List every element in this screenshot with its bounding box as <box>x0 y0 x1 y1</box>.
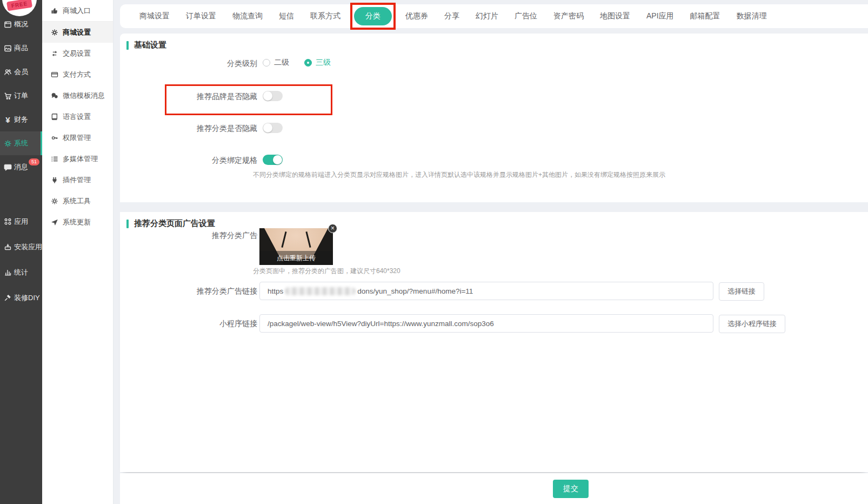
subnav-language[interactable]: 语言设置 <box>42 106 113 127</box>
censored-url-segment <box>285 287 356 295</box>
main-area: 商城设置 订单设置 物流查询 短信 联系方式 分类 优惠券 分享 幻灯片 广告位… <box>120 0 868 504</box>
bind-spec-toggle[interactable] <box>263 155 283 165</box>
tab-order-settings[interactable]: 订单设置 <box>181 11 222 21</box>
mini-link-input[interactable] <box>268 320 705 328</box>
radio-level-2[interactable]: 二级 <box>263 58 289 68</box>
left-sidebar: FREE 概况 商品 会员 订单 ¥ 财务 <box>0 0 42 504</box>
remove-image-icon[interactable]: × <box>328 224 337 233</box>
section-accent-bar <box>126 41 129 50</box>
category-level-radios: 二级 三级 <box>263 58 331 68</box>
subnav-system-tools[interactable]: 系统工具 <box>42 190 113 211</box>
tab-category-active[interactable]: 分类 <box>354 7 392 25</box>
tab-slideshow[interactable]: 幻灯片 <box>470 11 504 21</box>
tab-contact[interactable]: 联系方式 <box>305 11 346 21</box>
tab-share[interactable]: 分享 <box>439 11 465 21</box>
mini-link-input-wrap <box>259 314 713 333</box>
radio-circle <box>304 59 312 67</box>
footer-bar: 提交 <box>120 473 868 504</box>
brand-hidden-toggle[interactable] <box>263 91 283 101</box>
sidebar-item-diy[interactable]: 装修DIY <box>0 285 42 310</box>
subnav-system-update[interactable]: 系统更新 <box>42 211 113 233</box>
subnav-media[interactable]: 多媒体管理 <box>42 148 113 169</box>
choose-mini-link-button[interactable]: 选择小程序链接 <box>719 315 785 333</box>
tab-logistics[interactable]: 物流查询 <box>227 11 268 21</box>
ad-link-label: 推荐分类广告链接 <box>120 286 257 296</box>
sidebar-item-messages[interactable]: 消息 51 <box>0 155 42 179</box>
category-hidden-label: 推荐分类是否隐藏 <box>120 123 257 134</box>
radio-level-3[interactable]: 三级 <box>304 58 331 68</box>
wechat-template-icon <box>51 92 58 100</box>
subnav-permission[interactable]: 权限管理 <box>42 127 113 148</box>
mini-link-label: 小程序链接 <box>120 318 257 329</box>
reupload-overlay-label: 点击重新上传 <box>259 251 333 265</box>
message-icon <box>4 163 12 171</box>
goods-icon <box>4 44 12 52</box>
sidebar-item-stats[interactable]: 统计 <box>0 260 42 285</box>
tab-ad-slot[interactable]: 广告位 <box>509 11 543 21</box>
submit-button[interactable]: 提交 <box>553 480 589 498</box>
subnav-payment[interactable]: 支付方式 <box>42 64 113 85</box>
radio-circle <box>263 59 270 67</box>
sidebar-item-overview[interactable]: 概况 <box>0 12 42 36</box>
system-tools-icon <box>51 197 58 205</box>
brand-hidden-label: 推荐品牌是否隐藏 <box>120 91 257 102</box>
photo-strap <box>305 231 311 248</box>
ad-section-header: 推荐分类页面广告设置 <box>126 218 215 229</box>
url-suffix: dons/yun_shop/?menu#/home?i=11 <box>357 287 473 295</box>
tab-api-app[interactable]: API应用 <box>641 11 679 21</box>
subnav-trade-settings[interactable]: 交易设置 <box>42 43 113 64</box>
basic-section-header: 基础设置 <box>126 40 166 50</box>
secondary-sidebar: 商城入口 商城设置 交易设置 支付方式 微信模板消息 语言设置 权限管理 多媒 <box>42 0 113 504</box>
sidebar-item-members[interactable]: 会员 <box>0 60 42 84</box>
stats-icon <box>4 268 12 276</box>
orders-icon <box>4 92 12 100</box>
category-level-label: 分类级别 <box>120 58 257 69</box>
ad-image-upload[interactable]: 点击重新上传 × <box>259 228 333 265</box>
choose-link-button[interactable]: 选择链接 <box>719 282 764 301</box>
sidebar-item-install-apps[interactable]: 安装应用 <box>0 234 42 260</box>
finance-icon: ¥ <box>4 116 12 124</box>
language-icon <box>51 113 58 121</box>
subnav-mall-settings[interactable]: 商城设置 <box>42 22 113 43</box>
ad-link-input[interactable]: https dons/yun_shop/?menu#/home?i=11 <box>259 282 713 300</box>
media-icon <box>51 155 58 163</box>
subnav-plugin[interactable]: 插件管理 <box>42 169 113 190</box>
bind-spec-label: 分类绑定规格 <box>120 155 257 165</box>
subnav-mall-entry[interactable]: 商城入口 <box>42 0 113 22</box>
free-ribbon-label: FREE <box>6 0 32 11</box>
apps-icon <box>4 217 12 226</box>
basic-settings-card: 基础设置 分类级别 二级 三级 推荐品牌是否隐藏 推荐分类是否隐藏 分类绑定规格 <box>120 34 868 202</box>
tab-asset-password[interactable]: 资产密码 <box>548 11 589 21</box>
message-count-badge: 51 <box>29 158 39 165</box>
basic-section-title: 基础设置 <box>134 40 166 50</box>
system-update-icon <box>51 218 58 226</box>
sidebar-item-orders[interactable]: 订单 <box>0 84 42 108</box>
trade-settings-icon <box>51 50 58 57</box>
url-prefix: https <box>268 287 283 295</box>
members-icon <box>4 68 12 76</box>
tab-mall-settings[interactable]: 商城设置 <box>134 11 175 21</box>
diy-icon <box>4 294 12 302</box>
sidebar-item-system[interactable]: 系统 <box>0 131 42 155</box>
tab-map-settings[interactable]: 地图设置 <box>595 11 636 21</box>
toggle-knob <box>263 123 272 132</box>
sidebar-item-goods[interactable]: 商品 <box>0 36 42 60</box>
tab-coupon[interactable]: 优惠券 <box>400 11 433 21</box>
ad-section-title: 推荐分类页面广告设置 <box>134 218 215 229</box>
ad-settings-card: 推荐分类页面广告设置 推荐分类广告 点击重新上传 × 分类页面中，推荐分类的广告… <box>120 212 868 472</box>
sidebar-item-finance[interactable]: ¥ 财务 <box>0 108 42 131</box>
tab-data-clean[interactable]: 数据清理 <box>731 11 772 21</box>
toggle-knob <box>263 91 272 101</box>
payment-icon <box>51 71 58 78</box>
left-nav: 概况 商品 会员 订单 ¥ 财务 系统 <box>0 12 42 310</box>
tab-mailbox[interactable]: 邮箱配置 <box>685 11 726 21</box>
sidebar-item-apps[interactable]: 应用 <box>0 209 42 234</box>
settings-tabbar: 商城设置 订单设置 物流查询 短信 联系方式 分类 优惠券 分享 幻灯片 广告位… <box>120 4 868 28</box>
tab-sms[interactable]: 短信 <box>273 11 299 21</box>
mall-entry-icon <box>51 7 58 15</box>
sidebar-group-gap <box>0 179 42 209</box>
category-hidden-toggle[interactable] <box>263 123 283 133</box>
ad-image-help: 分类页面中，推荐分类的广告图，建议尺寸640*320 <box>253 267 400 276</box>
subnav-wechat-template[interactable]: 微信模板消息 <box>42 85 113 106</box>
plugin-icon <box>51 176 58 184</box>
